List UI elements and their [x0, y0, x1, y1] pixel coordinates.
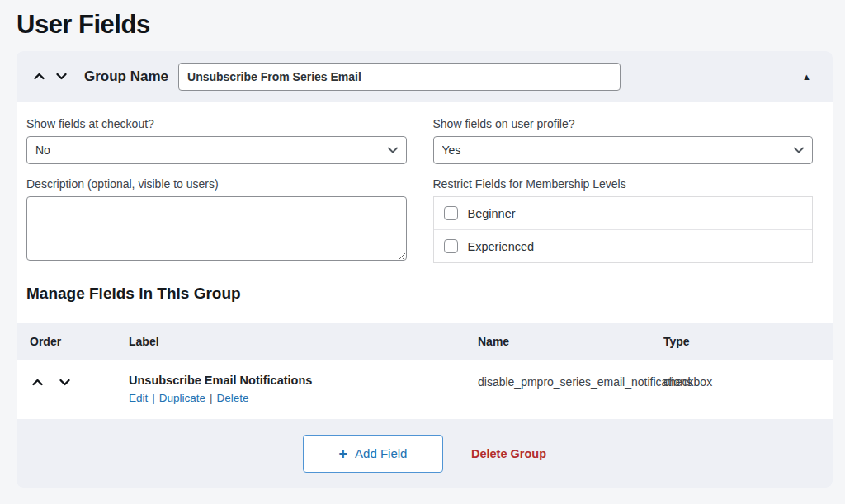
profile-field: Show fields on user profile? Yes: [433, 104, 814, 164]
collapse-group-button[interactable]: ▲: [799, 68, 814, 85]
duplicate-link[interactable]: Duplicate: [159, 392, 205, 404]
page-title: User Fields: [17, 10, 845, 40]
plus-icon: +: [339, 446, 348, 461]
restrict-field: Restrict Fields for Membership Levels Be…: [433, 164, 814, 263]
chevron-up-icon: [31, 377, 44, 389]
chevron-down-icon: [59, 377, 71, 389]
level-label: Experienced: [468, 240, 535, 253]
column-header-label: Label: [129, 323, 478, 360]
edit-link[interactable]: Edit: [129, 392, 148, 404]
column-header-type: Type: [663, 323, 819, 360]
order-cell: [30, 360, 129, 406]
beginner-checkbox[interactable]: [444, 206, 458, 220]
fields-table-header: Order Label Name Type: [17, 323, 833, 360]
manage-fields-heading: Manage Fields in This Group: [26, 285, 813, 303]
user-field-group-panel: Group Name ▲ Show fields at checkout? No: [17, 51, 833, 488]
table-row: Unsubscribe Email Notifications Edit|Dup…: [17, 360, 833, 419]
group-footer: + Add Field Delete Group: [17, 419, 833, 488]
group-header: Group Name ▲: [17, 51, 833, 102]
membership-levels-list: Beginner Experienced: [433, 196, 814, 263]
checkout-label: Show fields at checkout?: [26, 117, 407, 130]
move-field-up-button[interactable]: [30, 375, 45, 391]
level-row-beginner[interactable]: Beginner: [434, 197, 813, 229]
delete-group-link[interactable]: Delete Group: [471, 447, 546, 460]
add-field-button[interactable]: + Add Field: [303, 435, 443, 473]
triangle-up-icon: ▲: [802, 72, 811, 82]
checkout-field: Show fields at checkout? No: [26, 104, 407, 164]
profile-label: Show fields on user profile?: [433, 117, 814, 130]
level-row-experienced[interactable]: Experienced: [434, 229, 813, 262]
move-group-down-button[interactable]: [54, 69, 69, 85]
checkout-select[interactable]: No: [26, 136, 407, 164]
experienced-checkbox[interactable]: [444, 239, 458, 253]
move-group-up-button[interactable]: [31, 69, 47, 85]
description-textarea[interactable]: [26, 196, 407, 261]
column-header-name: Name: [478, 323, 663, 360]
field-label-text: Unsubscribe Email Notifications: [129, 374, 478, 387]
group-name-input[interactable]: [178, 63, 621, 91]
delete-link[interactable]: Delete: [217, 392, 249, 404]
restrict-label: Restrict Fields for Membership Levels: [433, 177, 814, 191]
column-header-order: Order: [30, 323, 129, 360]
level-label: Beginner: [468, 207, 516, 220]
name-cell: disable_pmpro_series_email_notifications: [478, 360, 663, 403]
chevron-up-icon: [33, 71, 45, 83]
label-cell: Unsubscribe Email Notifications Edit|Dup…: [129, 360, 478, 419]
chevron-down-icon: [55, 71, 68, 83]
row-actions: Edit|Duplicate|Delete: [129, 392, 478, 404]
description-label: Description (optional, visible to users): [26, 177, 407, 191]
profile-select[interactable]: Yes: [433, 136, 814, 164]
action-separator: |: [152, 392, 155, 404]
type-cell: checkbox: [663, 360, 819, 403]
move-field-down-button[interactable]: [57, 375, 73, 391]
description-field: Description (optional, visible to users): [26, 164, 407, 263]
add-field-label: Add Field: [355, 446, 407, 460]
action-separator: |: [210, 392, 213, 404]
group-settings-body: Show fields at checkout? No Show fields …: [17, 102, 833, 323]
group-name-label: Group Name: [84, 68, 168, 85]
